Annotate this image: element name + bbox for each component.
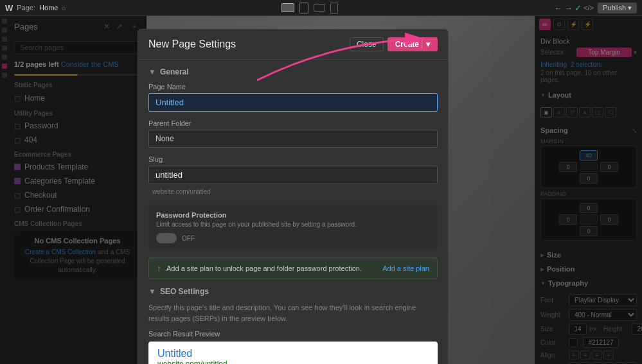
top-bar: W Page: Home ⌂ ← → ✓ </> Publish ▾ <box>0 0 642 16</box>
webflow-logo: W <box>5 3 13 13</box>
back-icon[interactable]: ← <box>554 3 562 13</box>
status-icon: ✓ <box>575 3 582 13</box>
slug-group: Slug website.com/untitled <box>148 155 438 197</box>
new-page-settings-modal: New Page Settings Close Create ▾ ▼ Gener… <box>138 29 449 364</box>
modal-title: New Page Settings <box>148 39 350 50</box>
search-result-preview-label: Search Result Preview <box>148 330 438 338</box>
modal-overlay: New Page Settings Close Create ▾ ▼ Gener… <box>0 16 642 364</box>
upgrade-notice: ↑ Add a site plan to unlock page and fol… <box>148 257 438 279</box>
page-name-label: Page Name <box>148 83 438 91</box>
nav-arrows: ← → ✓ </> <box>554 3 594 13</box>
mobile-portrait-icon[interactable] <box>330 3 338 13</box>
preview-title: Untitled <box>157 348 429 360</box>
code-icon[interactable]: </> <box>584 4 594 12</box>
parent-folder-group: Parent Folder None <box>148 119 438 148</box>
publish-label: Publish <box>603 4 626 12</box>
desktop-icon[interactable] <box>281 3 294 12</box>
main-layout: Pages ✕ ↗ + 1/2 pages left Consider the … <box>0 16 642 364</box>
publish-dropdown-icon: ▾ <box>628 4 632 12</box>
modal-header: New Page Settings Close Create ▾ <box>138 30 448 60</box>
create-label: Create <box>395 40 419 49</box>
slug-input[interactable] <box>148 166 438 184</box>
add-site-plan-link[interactable]: Add a site plan <box>382 264 429 272</box>
forward-icon[interactable]: → <box>564 3 573 13</box>
home-icon[interactable]: ⌂ <box>62 4 66 12</box>
seo-section-header: ▼ SEO Settings <box>148 287 438 296</box>
general-arrow: ▼ <box>148 67 156 76</box>
mobile-landscape-icon[interactable] <box>314 4 325 12</box>
modal-body: ▼ General Page Name Parent Folder None S… <box>138 60 448 364</box>
password-toggle-row: OFF <box>156 233 430 243</box>
parent-folder-label: Parent Folder <box>148 119 438 127</box>
page-name-input[interactable] <box>148 93 438 112</box>
password-toggle[interactable] <box>156 233 177 243</box>
upgrade-text: Add a site plan to unlock page and folde… <box>166 264 377 272</box>
upgrade-arrow-icon: ↑ <box>157 263 161 273</box>
page-breadcrumb: Page: Home <box>17 4 58 12</box>
parent-folder-select[interactable]: None <box>148 130 438 148</box>
create-button[interactable]: Create ▾ <box>388 37 438 51</box>
create-dropdown-arrow[interactable]: ▾ <box>422 40 430 49</box>
password-protection-label: Password Protection <box>156 211 430 219</box>
search-preview-box: Untitled website.com/untitled Meta Descr… <box>148 342 438 364</box>
close-modal-button[interactable]: Close <box>350 37 384 51</box>
preview-url: website.com/untitled <box>157 360 429 364</box>
url-preview: website.com/untitled <box>148 186 438 197</box>
publish-button[interactable]: Publish ▾ <box>598 3 637 13</box>
page-name-group: Page Name <box>148 83 438 112</box>
device-icons <box>281 3 338 13</box>
seo-description: Specify this page's title and descriptio… <box>148 302 438 324</box>
general-section-header: ▼ General <box>148 67 438 76</box>
password-protection-desc: Limit access to this page on your publis… <box>156 221 430 228</box>
general-label: General <box>160 67 189 76</box>
tablet-icon[interactable] <box>299 3 308 13</box>
password-section: Password Protection Limit access to this… <box>148 205 438 250</box>
toggle-off-label: OFF <box>182 235 195 242</box>
seo-label: SEO Settings <box>160 287 209 296</box>
slug-label: Slug <box>148 155 438 163</box>
seo-arrow: ▼ <box>148 287 156 296</box>
